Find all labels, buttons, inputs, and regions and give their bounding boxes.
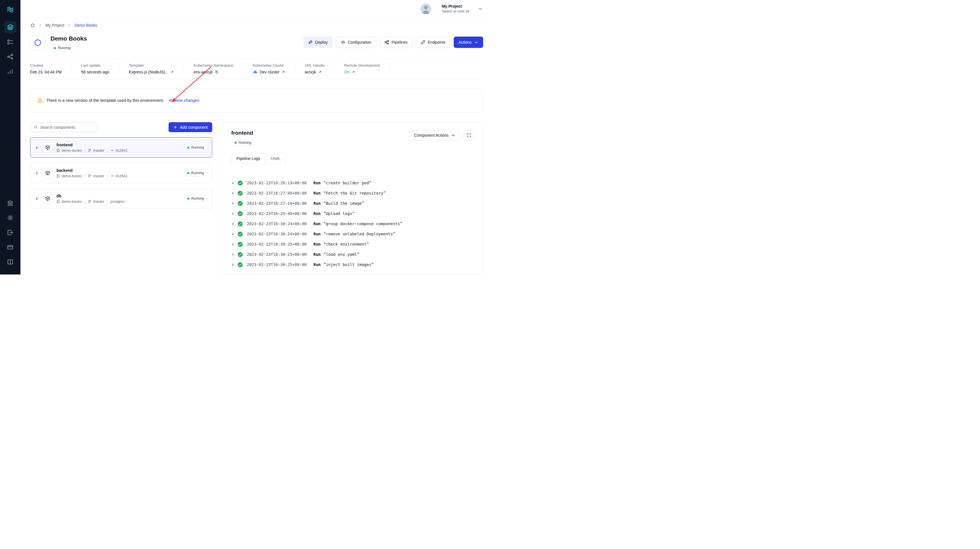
log-expand-chevron-icon[interactable] xyxy=(231,222,235,225)
component-card-frontend[interactable]: frontend demo-books | master | 0c2641 Ru… xyxy=(30,137,212,158)
component-status-badge: Running xyxy=(184,144,207,151)
success-check-icon xyxy=(237,241,243,247)
success-check-icon xyxy=(237,221,243,227)
cube-icon xyxy=(42,194,53,204)
git-commit-icon xyxy=(110,174,114,178)
chevron-right-icon[interactable] xyxy=(35,146,38,149)
external-link-icon[interactable] xyxy=(282,70,285,74)
template-update-banner: There is a new version of the template u… xyxy=(30,89,483,112)
layers-icon xyxy=(7,24,13,30)
endpoints-button[interactable]: Endpoints xyxy=(416,36,450,48)
component-name: frontend xyxy=(56,143,184,147)
detail-title: frontend xyxy=(231,130,255,136)
environment-meta-row: Created Feb 23, 04:44 PM Last update 56 … xyxy=(30,59,483,79)
sidebar-item-environments[interactable] xyxy=(4,21,16,33)
tab-pipeline-logs[interactable]: Pipeline Logs xyxy=(232,154,265,163)
log-row: 2023-02-23T16:27:10+00:00 Run “Build the… xyxy=(231,198,474,208)
log-expand-chevron-icon[interactable] xyxy=(231,192,235,195)
topbar-divider xyxy=(436,5,437,13)
pipelines-button[interactable]: Pipelines xyxy=(380,36,412,48)
brand-logo-icon[interactable] xyxy=(4,3,16,15)
log-message: “inject built images” xyxy=(323,262,374,267)
page-header: Demo Books Running Deploy xyxy=(30,35,483,51)
log-timestamp: 2023-02-23T16:30:25+00:00 xyxy=(247,252,307,257)
rocket-icon xyxy=(308,40,313,44)
sidebar-item-exports[interactable] xyxy=(4,226,16,239)
log-message: “Fetch the Git repository” xyxy=(323,191,386,195)
deploy-button[interactable]: Deploy xyxy=(303,36,332,48)
component-card-backend[interactable]: backend demo-books | master | 0c2641 Run… xyxy=(30,163,212,183)
status-dot xyxy=(54,47,56,49)
log-message: “create builder pod” xyxy=(323,181,371,185)
git-branch-icon xyxy=(88,200,92,203)
org-list-icon xyxy=(7,39,13,45)
environment-hexagon-icon xyxy=(30,35,45,51)
building-icon xyxy=(7,200,13,206)
log-row: 2023-02-23T16:30:24+00:00 Run “remove un… xyxy=(231,229,474,239)
log-timestamp: 2023-02-23T16:30:25+00:00 xyxy=(247,262,307,267)
search-components-input[interactable] xyxy=(40,125,94,130)
meta-remote-development: Remote Development On xyxy=(334,63,390,74)
chevron-right-icon[interactable] xyxy=(35,197,38,200)
sidebar-item-settings[interactable] xyxy=(4,211,16,224)
success-check-icon xyxy=(237,211,243,216)
log-row: 2023-02-23T16:29:40+00:00 Run “Upload lo… xyxy=(231,208,474,219)
home-icon[interactable] xyxy=(30,23,35,28)
cube-icon xyxy=(42,168,53,178)
meta-kubernetes-namespace: Kubernetes Namespace env-acncjk xyxy=(184,63,243,74)
repo-icon xyxy=(56,174,60,178)
add-component-button[interactable]: Add component xyxy=(169,122,212,132)
app-window: My Project Switch or view all My Project xyxy=(0,0,490,274)
book-icon xyxy=(7,259,13,265)
fullscreen-button[interactable] xyxy=(464,130,474,141)
log-expand-chevron-icon[interactable] xyxy=(231,253,235,256)
review-changes-link[interactable]: Review changes xyxy=(169,98,199,103)
log-timestamp: 2023-02-23T16:30:24+00:00 xyxy=(247,232,307,236)
component-actions-button[interactable]: Component Actions xyxy=(409,130,460,141)
log-action: Run xyxy=(313,262,321,267)
log-expand-chevron-icon[interactable] xyxy=(231,212,235,215)
sidebar-item-projects[interactable] xyxy=(4,36,16,48)
log-expand-chevron-icon[interactable] xyxy=(231,263,235,266)
sidebar-item-docs[interactable] xyxy=(4,256,16,268)
breadcrumb-environment[interactable]: Demo Books xyxy=(74,23,97,27)
log-action: Run xyxy=(313,222,321,226)
bar-chart-icon xyxy=(7,68,13,75)
log-action: Run xyxy=(313,242,321,246)
external-link-icon[interactable] xyxy=(170,70,174,74)
log-action: Run xyxy=(313,252,321,257)
component-detail-panel: frontend Running Component Actions xyxy=(223,122,483,274)
sidebar-item-billing[interactable] xyxy=(4,241,16,254)
component-name: backend xyxy=(56,168,184,173)
component-meta: demo-books | master | postgres xyxy=(56,199,184,204)
external-link-icon[interactable] xyxy=(352,70,355,74)
chevron-down-icon xyxy=(474,40,478,44)
chevron-right-icon[interactable] xyxy=(35,171,38,175)
log-expand-chevron-icon[interactable] xyxy=(231,233,235,236)
log-expand-chevron-icon[interactable] xyxy=(231,243,235,246)
copy-icon[interactable] xyxy=(215,70,219,74)
success-check-icon xyxy=(237,201,243,206)
log-expand-chevron-icon[interactable] xyxy=(231,181,235,185)
git-branch-icon xyxy=(88,149,92,152)
external-link-icon[interactable] xyxy=(318,70,322,74)
sidebar-item-pipelines[interactable] xyxy=(4,51,16,63)
workflow-icon xyxy=(7,54,13,60)
component-card-db[interactable]: db demo-books | master | postgres Runnin… xyxy=(30,188,212,209)
user-avatar[interactable] xyxy=(420,3,431,14)
log-row: 2023-02-23T16:30:25+00:00 Run “check env… xyxy=(231,239,474,249)
project-switcher[interactable]: My Project Switch or view all xyxy=(442,4,469,13)
sidebar-item-organization[interactable] xyxy=(4,197,16,209)
breadcrumb-project[interactable]: My Project xyxy=(45,23,64,27)
tab-yaml[interactable]: YAML xyxy=(265,154,285,163)
configuration-button[interactable]: Configuration xyxy=(336,36,376,48)
git-commit-icon xyxy=(110,149,114,152)
log-action: Run xyxy=(313,191,321,195)
project-switcher-hint: Switch or view all xyxy=(442,10,469,13)
meta-created: Created Feb 23, 04:44 PM xyxy=(30,63,72,74)
sidebar xyxy=(0,0,21,274)
chevron-down-icon[interactable] xyxy=(478,6,483,11)
actions-button[interactable]: Actions xyxy=(454,36,483,48)
sidebar-item-metrics[interactable] xyxy=(4,65,16,78)
log-expand-chevron-icon[interactable] xyxy=(231,202,235,205)
